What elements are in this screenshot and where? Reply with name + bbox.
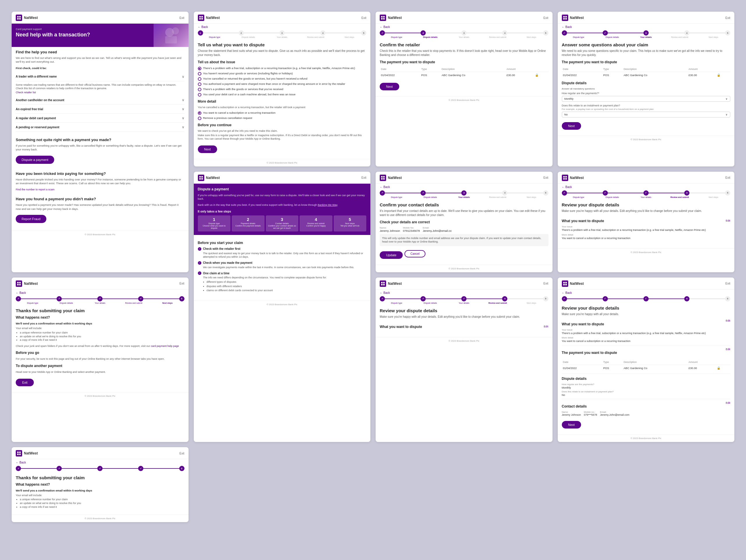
back-link-7[interactable]: ← Back xyxy=(558,184,576,190)
step-6-2: ✓ xyxy=(421,190,426,196)
radio-more-2[interactable]: Remove a previous cancellation request xyxy=(198,116,367,120)
help-tricked-title: Have you been tricked into paying for so… xyxy=(16,171,184,176)
accordion-label-5: A pending or reserved payment xyxy=(16,125,59,129)
dispute-payment-button[interactable]: Dispute a payment xyxy=(16,156,54,164)
radio-more-1[interactable]: You want to cancel a subscription or a r… xyxy=(198,111,367,115)
exit-link-3[interactable]: Exit xyxy=(543,16,548,20)
edit-link-1[interactable]: Edit xyxy=(726,219,730,222)
bullet-3: claims on different debit cards connecte… xyxy=(207,288,367,292)
review-subtitle: Make sure you're happy with all your det… xyxy=(562,209,730,213)
review-full-title: Review your dispute details xyxy=(562,306,730,310)
card-retailer-header: NatWest Exit xyxy=(376,12,552,24)
accordion-item-2[interactable]: Another cardholder on the account ∨ xyxy=(16,95,184,105)
report-fraud-button[interactable]: Report Fraud xyxy=(16,215,46,223)
confirmation-intro: We'll send you a confirmation email with… xyxy=(16,322,184,325)
name-label: Name: xyxy=(380,226,400,229)
email-bullet-2: an update on what we're doing to resolve… xyxy=(20,335,184,338)
stepper-row-7: ✓ ✓ ✓ 4 5 xyxy=(562,190,730,196)
step-7-label-2: Dispute details xyxy=(595,196,629,198)
back-link-2[interactable]: ← Back xyxy=(194,24,212,30)
radio-item-4[interactable]: You authorised a payment and were charge… xyxy=(198,82,367,86)
accordion-item-1[interactable]: A trader with a different name ∨ xyxy=(16,72,184,81)
exit-link-4[interactable]: Exit xyxy=(725,16,730,20)
edit-link-rf-2[interactable]: Edit xyxy=(726,348,730,357)
accordion-item-5[interactable]: A pending or reserved payment ∨ xyxy=(16,123,184,132)
thanks-intro: We'll send you a confirmation email with… xyxy=(16,489,184,492)
svg-rect-0 xyxy=(17,16,19,18)
natwest-logo-10: NatWest xyxy=(562,280,584,287)
back-link-9[interactable]: ← Back xyxy=(376,289,394,296)
card-help-link[interactable]: card payment help page xyxy=(151,344,179,347)
stepper-8: ✓ ✓ ✓ ✓ 5 Dispute type Dispute details Y… xyxy=(12,296,189,305)
back-link-3[interactable]: ← Back xyxy=(376,24,394,30)
check-retailer-link[interactable]: Check retailer list xyxy=(16,91,36,94)
svg-rect-42 xyxy=(565,284,567,285)
radio-item-3[interactable]: You've cancelled or returned the goods o… xyxy=(198,77,367,81)
help-hero: Card payment support Need help with a tr… xyxy=(12,24,189,47)
back-link-6[interactable]: ← Back xyxy=(376,184,394,190)
radio-label-4: You authorised a payment and were charge… xyxy=(203,82,345,86)
radio-item-6[interactable]: You used your debit card or a cash machi… xyxy=(198,93,367,96)
svg-rect-25 xyxy=(381,178,383,179)
cancel-button[interactable]: Cancel xyxy=(404,250,425,257)
edit-link-rf-1[interactable]: Edit xyxy=(726,319,730,329)
accordion-item-3[interactable]: An expired free trial ∨ xyxy=(16,105,184,114)
step-6-label-2: Dispute details xyxy=(413,196,447,198)
report-scam-link[interactable]: Find the number to report a scam xyxy=(16,188,55,191)
instalment-select[interactable]: No ∨ xyxy=(562,112,730,117)
exit-link-11[interactable]: Exit xyxy=(179,452,184,455)
card-4-footer: © 2023 Brandsmore Bank Plc xyxy=(376,96,552,104)
next-button-review[interactable]: Next xyxy=(562,421,581,428)
natwest-name-6: NatWest xyxy=(388,176,402,180)
step-8-line-1 xyxy=(21,299,57,299)
banking-me-way-link[interactable]: Banking Me Way xyxy=(318,203,337,206)
exit-link-6[interactable]: Exit xyxy=(543,176,548,179)
step-box-label-2: Payment detailsConfirm the payment detai… xyxy=(233,222,263,227)
row-date: 01/04/2022 xyxy=(380,72,420,78)
next-button-4[interactable]: Next xyxy=(380,83,399,90)
next-button-7[interactable]: Next xyxy=(562,122,581,130)
back-link-11[interactable]: ← Back xyxy=(12,459,30,466)
next-button-3[interactable]: Next xyxy=(198,145,218,153)
exit-link-7[interactable]: Exit xyxy=(725,176,730,179)
step-line-2 xyxy=(244,33,280,33)
step-9-label-5: Next steps xyxy=(515,302,548,304)
exit-link-8[interactable]: Exit xyxy=(179,282,184,285)
help-section-fraud: Have you found a payment you didn't make… xyxy=(12,194,189,228)
edit-link-2[interactable]: Edit xyxy=(544,325,548,328)
exit-link-9[interactable]: Exit xyxy=(543,282,548,285)
radio-item-1[interactable]: There's a problem with a free trial, sub… xyxy=(198,66,367,70)
back-link-8[interactable]: ← Back xyxy=(12,289,30,296)
exit-button[interactable]: Exit xyxy=(16,379,34,386)
card-review-top-body: Review your dispute details Make sure yo… xyxy=(558,199,735,246)
radio-item-2[interactable]: You haven't received your goods or servi… xyxy=(198,72,367,76)
q-col-date: Date xyxy=(562,66,602,72)
check-text-1: The quickest and easiest way to get your… xyxy=(198,252,367,259)
review-section-1: What you want to dispute xyxy=(562,219,604,223)
step-box-num-1: 1 xyxy=(200,217,229,222)
step-8-1: ✓ xyxy=(16,296,21,302)
radio-more-dot-1 xyxy=(198,111,201,115)
natwest-logo-3: NatWest xyxy=(380,15,402,21)
rf-contact-mobile: Mobile no.: 079***5678 xyxy=(584,411,597,416)
review-full-s1-header: What you want to dispute Edit xyxy=(562,319,730,329)
back-link-10[interactable]: ← Back xyxy=(558,289,576,296)
edit-link-rf-4[interactable]: Edit xyxy=(726,401,730,411)
card-thanks-top-footer: © 2023 Brandsmore Bank Plc xyxy=(12,392,189,400)
accordion-item-4[interactable]: A regular debit card payment ∨ xyxy=(16,114,184,123)
exit-link-10[interactable]: Exit xyxy=(725,282,730,285)
exit-link-2[interactable]: Exit xyxy=(361,16,366,20)
check-details-section: Check your details are correct xyxy=(380,220,548,224)
name-value: Jeremy Johnson xyxy=(380,229,400,232)
step-3-circle: 3 xyxy=(280,30,285,35)
issue-value: There's a problem with a free trial, sub… xyxy=(562,228,730,232)
step-box-label-5: Next stepsTell you what we'll do xyxy=(336,222,365,227)
step-7-line-1 xyxy=(567,193,603,193)
radio-item-5[interactable]: There's a problem with the goods or serv… xyxy=(198,87,367,91)
step-8-3: ✓ xyxy=(97,296,103,302)
update-button[interactable]: Update xyxy=(380,251,403,259)
exit-link-5[interactable]: Exit xyxy=(361,176,366,179)
back-link-4[interactable]: ← Back xyxy=(558,24,576,30)
freq-select[interactable]: Monthly ∨ xyxy=(562,96,730,102)
exit-link[interactable]: Exit xyxy=(179,16,184,20)
